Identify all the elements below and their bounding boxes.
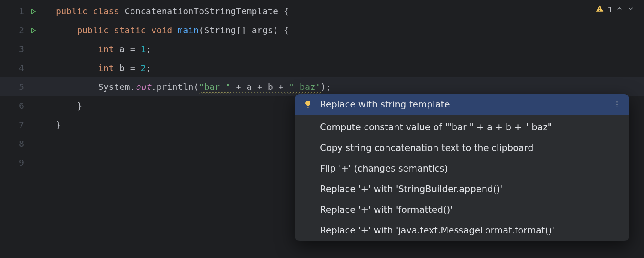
code-token: a = [119, 44, 140, 54]
gutter-line[interactable]: 8 [0, 134, 56, 153]
intention-action-item[interactable]: Replace '+' with 'formatted()' [295, 200, 629, 220]
editor-gutter: 123456789 [0, 0, 56, 258]
gutter-line[interactable]: 9 [0, 153, 56, 172]
code-token: int [98, 63, 119, 73]
intention-action-label: Compute constant value of '"bar " + a + … [320, 122, 621, 132]
svg-point-6 [616, 101, 617, 103]
inspection-indicator[interactable]: 1 [595, 4, 635, 15]
code-token: [] args) { [236, 25, 289, 35]
code-token: .println( [151, 82, 199, 92]
code-token: main [178, 25, 199, 35]
line-number: 5 [0, 82, 24, 92]
line-number: 6 [0, 101, 24, 111]
code-token: + a + b + [231, 82, 289, 92]
intention-action-label: Replace with string template [320, 99, 605, 110]
code-token: ; [146, 44, 151, 54]
line-number: 4 [0, 63, 24, 73]
intention-action-item[interactable]: Flip '+' (changes semantics) [295, 158, 629, 179]
code-token: 1 [140, 44, 146, 54]
svg-rect-5 [307, 108, 309, 108]
intention-action-label: Replace '+' with 'formatted()' [320, 205, 621, 215]
intention-action-item[interactable]: Compute constant value of '"bar " + a + … [295, 117, 629, 138]
code-token: ConcatenationToStringTemplate [125, 6, 283, 16]
code-token: } [56, 120, 61, 130]
gutter-line[interactable]: 4 [0, 58, 56, 77]
intention-action-label: Replace '+' with 'java.text.MessageForma… [320, 225, 621, 236]
run-icon[interactable] [29, 7, 37, 15]
intention-action-item[interactable]: Replace '+' with 'java.text.MessageForma… [295, 220, 629, 241]
code-token: public [56, 6, 93, 16]
code-token: public static void [77, 25, 177, 35]
code-token: ( [199, 25, 204, 35]
gutter-line[interactable]: 7 [0, 115, 56, 134]
gutter-line[interactable]: 1 [0, 2, 56, 21]
line-number: 2 [0, 25, 24, 35]
intention-action-item[interactable]: Replace '+' with 'StringBuilder.append()… [295, 179, 629, 200]
next-highlight-icon[interactable] [627, 5, 635, 14]
intention-actions-popup[interactable]: Replace with string templateCompute cons… [295, 94, 629, 241]
line-number: 7 [0, 120, 24, 130]
code-token: String [204, 25, 236, 35]
svg-rect-2 [599, 8, 600, 9]
svg-point-8 [616, 106, 617, 108]
code-line[interactable]: int a = 1; [56, 40, 644, 58]
intention-action-label: Flip '+' (changes semantics) [320, 163, 621, 174]
code-token: { [284, 6, 289, 16]
gutter-line[interactable]: 6 [0, 96, 56, 115]
code-token: class [93, 6, 125, 16]
code-token: ); [321, 82, 331, 92]
code-token: 2 [140, 63, 146, 73]
code-token: out [135, 82, 151, 92]
code-token: int [98, 44, 119, 54]
code-token: System. [98, 82, 135, 92]
more-actions-icon[interactable] [605, 94, 621, 115]
line-number: 8 [0, 138, 24, 149]
code-token: "bar " [199, 82, 231, 92]
intention-action-item[interactable]: Copy string concatenation text to the cl… [295, 138, 629, 158]
gutter-line[interactable]: 2 [0, 21, 56, 40]
code-line[interactable]: public class ConcatenationToStringTempla… [56, 2, 644, 21]
warning-count: 1 [608, 5, 612, 14]
code-line[interactable]: int b = 2; [56, 58, 644, 77]
svg-rect-4 [307, 107, 309, 108]
intention-action-label: Copy string concatenation text to the cl… [320, 143, 621, 153]
code-line[interactable]: public static void main(String[] args) { [56, 21, 644, 40]
intention-action-label: Replace '+' with 'StringBuilder.append()… [320, 184, 621, 194]
code-token: ; [146, 63, 151, 73]
prev-highlight-icon[interactable] [616, 5, 623, 14]
code-token: } [77, 101, 82, 111]
line-number: 1 [0, 6, 24, 16]
svg-point-7 [616, 104, 617, 105]
line-number: 3 [0, 44, 24, 54]
gutter-line[interactable]: 3 [0, 40, 56, 58]
svg-rect-3 [599, 10, 600, 11]
run-icon[interactable] [29, 26, 37, 34]
code-token: " baz" [289, 82, 321, 92]
code-token: b = [119, 63, 140, 73]
warning-icon [595, 4, 604, 15]
line-number: 9 [0, 157, 24, 168]
intention-action-item[interactable]: Replace with string template [295, 94, 629, 115]
popup-separator [295, 116, 629, 116]
gutter-line[interactable]: 5 [0, 77, 56, 96]
lightbulb-icon [303, 99, 313, 110]
